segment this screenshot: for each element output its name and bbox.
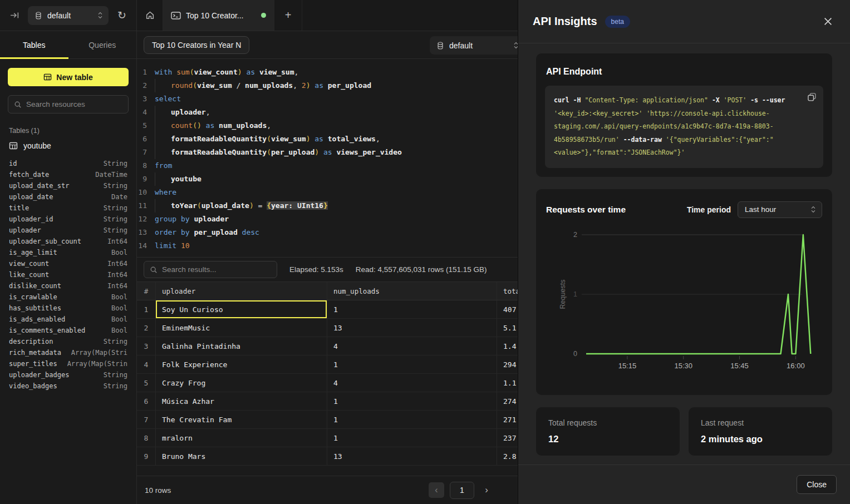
column-name: uploader_sub_count — [9, 236, 81, 247]
uploader-cell[interactable]: mralorn — [156, 429, 327, 447]
num-uploads-cell[interactable]: 13 — [327, 319, 497, 337]
panel-footer: Close — [518, 465, 850, 504]
row-index-cell[interactable]: 9 — [137, 447, 156, 465]
column-name: upload_date — [9, 191, 53, 202]
uploader-cell[interactable]: Crazy Frog — [156, 374, 327, 392]
sql-editor[interactable]: 1with sum(view_count) as view_sum,2round… — [137, 59, 518, 257]
code-line: 8from — [137, 159, 518, 172]
uploader-cell[interactable]: EminemMusic — [156, 319, 327, 337]
row-index-cell[interactable]: 6 — [137, 392, 156, 410]
total-views-cell[interactable]: 274 — [497, 392, 518, 410]
table-icon — [43, 73, 52, 81]
new-tab-button[interactable]: + — [274, 0, 302, 31]
row-index-cell[interactable]: 4 — [137, 355, 156, 373]
column-header-index[interactable]: # — [137, 282, 156, 300]
row-index-cell[interactable]: 8 — [137, 429, 156, 447]
next-page-button[interactable]: › — [480, 482, 493, 498]
num-uploads-cell[interactable]: 4 — [327, 374, 497, 392]
stat-card: Last request2 minutes ago — [689, 407, 832, 456]
schema-column: uploader_badgesString — [9, 369, 127, 381]
row-index-cell[interactable]: 5 — [137, 374, 156, 392]
chart-title: Requests over time — [546, 205, 626, 215]
row-index-cell[interactable]: 1 — [137, 300, 156, 318]
total-views-cell[interactable]: 294 — [497, 355, 518, 373]
code-line: 14limit 10 — [137, 239, 518, 253]
column-header-num-uploads[interactable]: num_uploads — [327, 282, 497, 300]
num-uploads-cell[interactable]: 1 — [327, 300, 497, 318]
schema-column: uploader_sub_countInt64 — [9, 236, 127, 247]
column-type: String — [104, 180, 127, 191]
total-views-cell[interactable]: 271 — [497, 411, 518, 428]
tab-tables[interactable]: Tables — [0, 31, 68, 58]
uploader-cell[interactable]: The Crevatin Fam — [156, 411, 327, 428]
total-views-cell[interactable]: 5.1 — [497, 319, 518, 337]
svg-text:1: 1 — [573, 290, 577, 298]
uploader-cell[interactable]: Galinha Pintadinha — [156, 337, 327, 355]
line-number: 9 — [137, 172, 155, 186]
row-index-cell[interactable]: 7 — [137, 411, 156, 428]
schema-column: uploader_idString — [9, 214, 127, 225]
current-page[interactable]: 1 — [450, 482, 474, 499]
column-type: String — [104, 381, 127, 392]
query-title[interactable]: Top 10 Creators in Year N — [144, 36, 249, 54]
table-icon — [9, 141, 18, 150]
tab-queries[interactable]: Queries — [68, 31, 137, 58]
schema-column: video_badgesString — [9, 381, 127, 392]
total-views-cell[interactable]: 237 — [497, 429, 518, 447]
schema-column: descriptionString — [9, 336, 127, 347]
num-uploads-cell[interactable]: 1 — [327, 392, 497, 410]
line-number: 2 — [137, 79, 155, 92]
refresh-icon[interactable]: ↻ — [115, 9, 129, 22]
row-index-cell[interactable]: 3 — [137, 337, 156, 355]
database-icon — [35, 11, 42, 20]
column-header-uploader[interactable]: uploader — [156, 282, 327, 300]
total-views-cell[interactable]: 407 — [497, 300, 518, 318]
close-button[interactable]: Close — [797, 475, 837, 494]
code-line: 6formatReadableQuantity(view_sum) as tot… — [137, 132, 518, 146]
pagination: ‹ 1 › — [429, 482, 510, 499]
uploader-cell[interactable]: Música Azhar — [156, 392, 327, 410]
num-uploads-cell[interactable]: 1 — [327, 355, 497, 373]
close-icon[interactable] — [824, 17, 832, 26]
table-item-youtube[interactable]: youtube — [9, 141, 127, 150]
uploader-cell[interactable]: Folk Experience — [156, 355, 327, 373]
api-insights-panel: API Insights beta API Endpoint curl -H "… — [518, 0, 850, 504]
num-uploads-cell[interactable]: 1 — [327, 429, 497, 447]
total-views-cell[interactable]: 1.1 — [497, 374, 518, 392]
sidebar-collapse-icon[interactable] — [8, 9, 21, 22]
code-line: 1with sum(view_count) as view_sum, — [137, 66, 518, 79]
resource-search[interactable] — [8, 95, 129, 113]
column-name: like_count — [9, 269, 49, 280]
row-index-cell[interactable]: 2 — [137, 319, 156, 337]
new-table-button[interactable]: New table — [8, 68, 129, 86]
column-name: is_age_limit — [9, 247, 57, 258]
search-icon — [150, 266, 158, 274]
editor-database-selector[interactable]: default — [430, 36, 518, 55]
total-views-cell[interactable]: 2.8 — [497, 447, 518, 465]
resource-search-input[interactable] — [26, 100, 122, 108]
requests-over-time-chart: 01215:1515:3015:4516:00Requests — [545, 218, 824, 379]
previous-page-button[interactable]: ‹ — [429, 482, 444, 498]
query-tab-top-10-creators[interactable]: Top 10 Creator... — [163, 0, 274, 31]
uploader-cell[interactable]: Soy Un Curioso — [156, 300, 327, 318]
beta-badge: beta — [605, 16, 630, 28]
column-header-total-views[interactable]: total_views — [497, 282, 518, 300]
home-tab[interactable] — [137, 0, 163, 31]
column-type: Array(Map(Strin — [67, 358, 127, 369]
num-uploads-cell[interactable]: 1 — [327, 411, 497, 428]
svg-text:15:15: 15:15 — [618, 362, 637, 370]
column-name: has_subtitles — [9, 303, 61, 314]
num-uploads-cell[interactable]: 4 — [327, 337, 497, 355]
copy-icon[interactable] — [807, 92, 817, 102]
database-selector[interactable]: default — [28, 6, 109, 25]
editor-database-value: default — [449, 41, 508, 50]
total-views-cell[interactable]: 1.4 — [497, 337, 518, 355]
uploader-cell[interactable]: Bruno Mars — [156, 447, 327, 465]
api-endpoint-heading: API Endpoint — [546, 67, 823, 77]
results-search[interactable] — [144, 261, 277, 278]
num-uploads-cell[interactable]: 13 — [327, 447, 497, 465]
results-search-input[interactable] — [162, 265, 271, 274]
time-period-select[interactable]: Last hour — [738, 201, 822, 218]
results-rows: 1Soy Un Curioso14072EminemMusic135.13Gal… — [137, 300, 518, 466]
curl-token: -s --user — [746, 96, 785, 104]
